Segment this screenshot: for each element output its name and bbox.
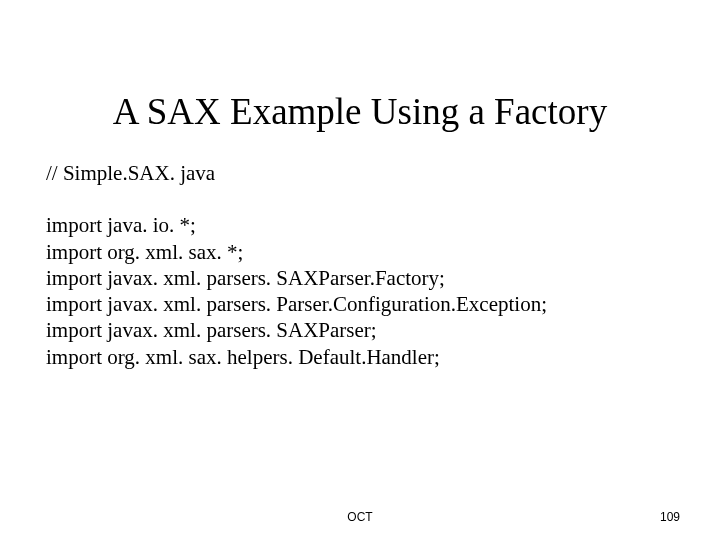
code-import-line: import javax. xml. parsers. Parser.Confi… bbox=[46, 291, 666, 317]
page-number: 109 bbox=[660, 510, 680, 524]
code-import-line: import javax. xml. parsers. SAXParser.Fa… bbox=[46, 265, 666, 291]
code-block: // Simple.SAX. java import java. io. *; … bbox=[46, 160, 666, 370]
code-import-line: import org. xml. sax. helpers. Default.H… bbox=[46, 344, 666, 370]
code-import-line: import java. io. *; bbox=[46, 212, 666, 238]
footer-center-text: OCT bbox=[0, 510, 720, 524]
slide: A SAX Example Using a Factory // Simple.… bbox=[0, 0, 720, 540]
slide-title: A SAX Example Using a Factory bbox=[0, 90, 720, 133]
code-import-line: import org. xml. sax. *; bbox=[46, 239, 666, 265]
code-comment: // Simple.SAX. java bbox=[46, 160, 666, 186]
code-import-line: import javax. xml. parsers. SAXParser; bbox=[46, 317, 666, 343]
blank-line bbox=[46, 186, 666, 212]
